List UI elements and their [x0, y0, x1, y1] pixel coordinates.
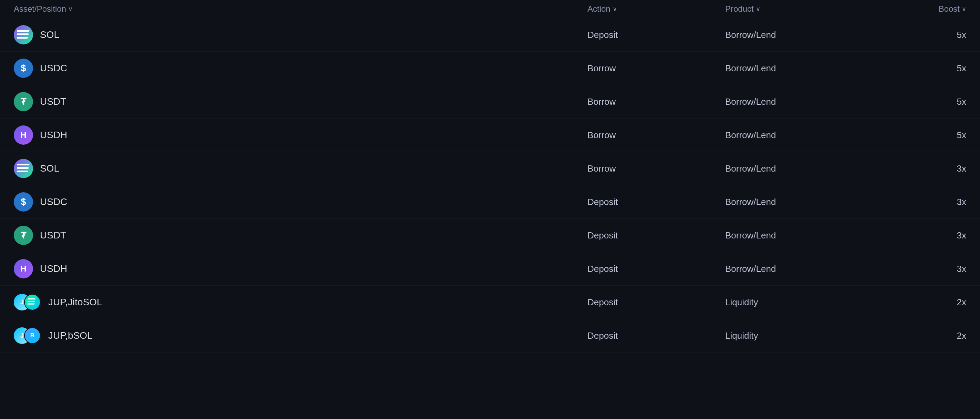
action-cell: Deposit — [587, 264, 725, 274]
product-label: Product — [725, 4, 754, 14]
product-cell: Liquidity — [725, 297, 863, 308]
table-row[interactable]: SOL Borrow Borrow/Lend 3x — [0, 152, 980, 185]
boost-cell: 5x — [863, 130, 966, 140]
boost-sort-icon: ∨ — [962, 5, 966, 13]
product-header[interactable]: Product ∨ — [725, 4, 863, 14]
asset-cell: SOL — [14, 25, 587, 45]
asset-icon-usdc: $ — [14, 59, 33, 78]
asset-icon-sol — [14, 159, 33, 178]
boost-header[interactable]: Boost ∨ — [863, 4, 966, 14]
asset-name: USDT — [40, 96, 66, 107]
product-sort-icon: ∨ — [756, 5, 760, 13]
product-cell: Borrow/Lend — [725, 63, 863, 74]
product-cell: Borrow/Lend — [725, 30, 863, 40]
svg-rect-1 — [17, 33, 29, 35]
asset-icon-sol — [14, 25, 33, 45]
asset-icon-usdt: ₮ — [14, 226, 33, 245]
action-cell: Deposit — [587, 330, 725, 341]
asset-cell: ₮ USDT — [14, 92, 587, 111]
asset-name: SOL — [40, 163, 59, 174]
asset-icon-usdt: ₮ — [14, 92, 33, 111]
action-cell: Borrow — [587, 63, 725, 74]
asset-name: USDH — [40, 263, 67, 274]
table-row[interactable]: ₮ USDT Borrow Borrow/Lend 5x — [0, 85, 980, 118]
asset-name: USDC — [40, 63, 67, 74]
boost-cell: 3x — [863, 197, 966, 207]
asset-icon-usdc: $ — [14, 192, 33, 212]
table-row[interactable]: H USDH Borrow Borrow/Lend 5x — [0, 118, 980, 152]
asset-cell: J JUP,JitoSOL — [14, 293, 587, 312]
asset-cell: H USDH — [14, 126, 587, 145]
product-cell: Borrow/Lend — [725, 97, 863, 107]
svg-rect-5 — [17, 170, 28, 172]
boost-cell: 2x — [863, 330, 966, 341]
table-row[interactable]: SOL Deposit Borrow/Lend 5x — [0, 18, 980, 52]
boost-cell: 3x — [863, 264, 966, 274]
asset-name: USDH — [40, 129, 67, 140]
boost-cell: 3x — [863, 163, 966, 174]
boost-cell: 3x — [863, 230, 966, 241]
svg-rect-7 — [27, 301, 35, 302]
asset-name: JUP,bSOL — [48, 330, 92, 341]
svg-rect-4 — [17, 167, 29, 169]
asset-name: SOL — [40, 29, 59, 40]
asset-cell: ₮ USDT — [14, 226, 587, 245]
boost-cell: 5x — [863, 30, 966, 40]
svg-rect-8 — [27, 303, 35, 304]
asset-name: USDC — [40, 196, 67, 207]
table-row[interactable]: H USDH Deposit Borrow/Lend 3x — [0, 252, 980, 286]
main-table: Asset/Position ∨ Action ∨ Product ∨ Boos… — [0, 0, 980, 352]
svg-rect-0 — [17, 30, 30, 32]
svg-rect-2 — [17, 37, 28, 38]
asset-icon-usdh: H — [14, 259, 33, 279]
action-cell: Borrow — [587, 97, 725, 107]
boost-cell: 5x — [863, 63, 966, 74]
product-cell: Borrow/Lend — [725, 130, 863, 140]
action-sort-icon: ∨ — [612, 5, 617, 13]
asset-name: USDT — [40, 230, 66, 241]
asset-icon-jup-bsol: J B — [14, 326, 41, 345]
table-header: Asset/Position ∨ Action ∨ Product ∨ Boos… — [0, 0, 980, 18]
action-cell: Borrow — [587, 163, 725, 174]
asset-cell: H USDH — [14, 259, 587, 279]
action-cell: Borrow — [587, 130, 725, 140]
boost-cell: 2x — [863, 297, 966, 308]
boost-label: Boost — [939, 4, 960, 14]
table-body: SOL Deposit Borrow/Lend 5x $ USDC Borrow… — [0, 18, 980, 352]
asset-icon-usdh: H — [14, 126, 33, 145]
product-cell: Borrow/Lend — [725, 230, 863, 241]
asset-position-sort-icon: ∨ — [68, 5, 73, 13]
svg-rect-6 — [27, 298, 35, 300]
table-row[interactable]: J JUP,JitoSOL Deposit Liquidity 2x — [0, 286, 980, 319]
action-cell: Deposit — [587, 297, 725, 308]
asset-icon-jup-jitosol: J — [14, 293, 41, 312]
action-label: Action — [587, 4, 611, 14]
action-cell: Deposit — [587, 230, 725, 241]
product-cell: Borrow/Lend — [725, 197, 863, 207]
asset-position-header[interactable]: Asset/Position ∨ — [14, 4, 587, 14]
asset-cell: $ USDC — [14, 59, 587, 78]
asset-name: JUP,JitoSOL — [48, 297, 102, 308]
asset-cell: SOL — [14, 159, 587, 178]
asset-cell: J B JUP,bSOL — [14, 326, 587, 345]
product-cell: Borrow/Lend — [725, 163, 863, 174]
product-cell: Borrow/Lend — [725, 264, 863, 274]
action-header[interactable]: Action ∨ — [587, 4, 725, 14]
table-row[interactable]: ₮ USDT Deposit Borrow/Lend 3x — [0, 219, 980, 252]
table-row[interactable]: J B JUP,bSOL Deposit Liquidity 2x — [0, 319, 980, 352]
boost-cell: 5x — [863, 97, 966, 107]
action-cell: Deposit — [587, 30, 725, 40]
asset-cell: $ USDC — [14, 192, 587, 212]
svg-rect-3 — [17, 164, 30, 166]
table-row[interactable]: $ USDC Borrow Borrow/Lend 5x — [0, 52, 980, 85]
action-cell: Deposit — [587, 197, 725, 207]
product-cell: Liquidity — [725, 330, 863, 341]
asset-position-label: Asset/Position — [14, 4, 66, 14]
table-row[interactable]: $ USDC Deposit Borrow/Lend 3x — [0, 185, 980, 219]
